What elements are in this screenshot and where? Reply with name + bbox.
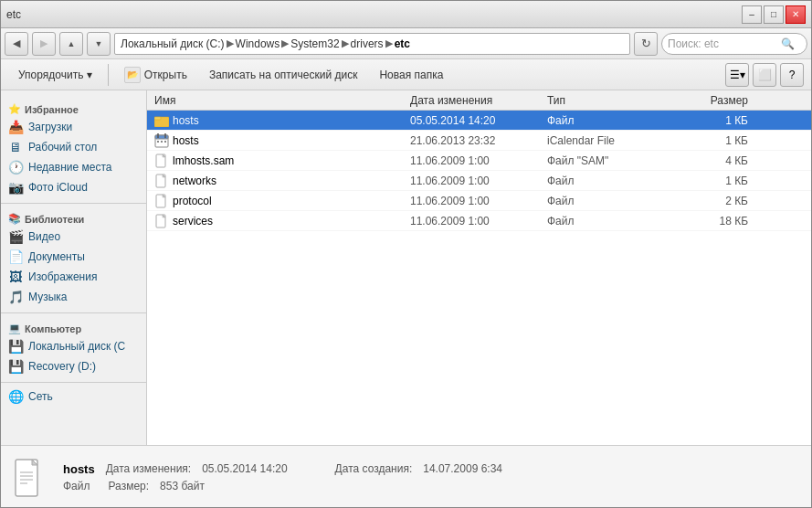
toolbar-separator <box>108 64 109 86</box>
sidebar-item-desktop[interactable]: 🖥 Рабочий стол <box>1 137 146 157</box>
table-row[interactable]: networks 11.06.2009 1:00 Файл 1 КБ <box>147 171 811 191</box>
computer-label: 💻 Компьютер <box>1 317 146 336</box>
col-header-name: Имя <box>154 94 410 107</box>
table-row[interactable]: lmhosts.sam 11.06.2009 1:00 Файл "SAM" 4… <box>147 151 811 171</box>
network-icon: 🌐 <box>8 389 23 404</box>
open-label: Открыть <box>144 69 187 81</box>
network-section: 🌐 Сеть <box>1 386 146 407</box>
table-row[interactable]: protocol 11.06.2009 1:00 Файл 2 КБ <box>147 191 811 211</box>
organize-label: Упорядочить ▾ <box>18 69 92 81</box>
documents-icon: 📄 <box>8 249 23 264</box>
search-box[interactable]: 🔍 <box>661 33 807 55</box>
status-size-label: Размер: <box>109 480 150 492</box>
svg-rect-6 <box>157 141 159 143</box>
file-list-header: Имя Дата изменения Тип Размер <box>147 90 811 111</box>
file-date: 11.06.2009 1:00 <box>410 215 547 228</box>
sidebar-item-downloads[interactable]: 📥 Загрузки <box>1 117 146 137</box>
recent-icon: 🕐 <box>8 160 23 175</box>
maximize-button[interactable]: □ <box>764 5 784 24</box>
search-input[interactable] <box>668 37 777 50</box>
status-info: hosts Дата изменения: 05.05.2014 14:20 Д… <box>63 462 502 492</box>
crumb-3: System32 <box>290 37 339 50</box>
sidebar-item-images[interactable]: 🖼 Изображения <box>1 267 146 287</box>
file-date: 11.06.2009 1:00 <box>410 154 547 167</box>
file-name: networks <box>173 175 410 187</box>
status-row-2: Файл Размер: 853 байт <box>63 480 502 492</box>
sidebar-item-local-drive[interactable]: 💾 Локальный диск (C <box>1 336 146 356</box>
svg-rect-3 <box>155 135 168 139</box>
status-created-label: Дата создания: <box>335 462 413 476</box>
sidebar-item-recovery[interactable]: 💾 Recovery (D:) <box>1 356 146 376</box>
downloads-label: Загрузки <box>28 121 72 133</box>
libraries-section: 📚 Библиотеки 🎬 Видео 📄 Документы 🖼 Изобр… <box>1 207 146 307</box>
file-icon <box>154 174 169 188</box>
crumb-4: drivers <box>351 37 384 50</box>
images-icon: 🖼 <box>8 270 23 284</box>
icloud-label: Фото iCloud <box>28 181 88 194</box>
svg-rect-1 <box>154 117 161 120</box>
sidebar-item-music[interactable]: 🎵 Музыка <box>1 287 146 307</box>
favorites-section: ⭐ Избранное 📥 Загрузки 🖥 Рабочий стол 🕐 … <box>1 98 146 197</box>
refresh-button[interactable]: ↻ <box>634 32 658 56</box>
help-button[interactable]: ? <box>780 63 804 87</box>
new-folder-button[interactable]: Новая папка <box>369 62 453 88</box>
col-header-type: Тип <box>547 94 675 107</box>
crumb-5: etc <box>395 37 410 50</box>
video-label: Видео <box>28 230 60 243</box>
file-name-cell: networks <box>154 174 410 188</box>
sidebar-item-video[interactable]: 🎬 Видео <box>1 227 146 247</box>
status-modified-label: Дата изменения: <box>106 462 192 476</box>
recent-button[interactable]: ▼ <box>87 32 111 56</box>
libraries-label: 📚 Библиотеки <box>1 207 146 227</box>
file-date: 11.06.2009 1:00 <box>410 195 547 207</box>
recovery-icon: 💾 <box>8 359 23 374</box>
title-bar-text: etc <box>6 8 21 21</box>
address-path[interactable]: Локальный диск (C:) ▶ Windows ▶ System32… <box>114 33 630 55</box>
status-filename: hosts <box>63 462 95 476</box>
file-icon <box>154 194 169 208</box>
forward-button[interactable]: ▶ <box>32 32 56 56</box>
table-row[interactable]: hosts 21.06.2013 23:32 iCalendar File 1 … <box>147 131 811 151</box>
file-type: Файл <box>547 175 675 187</box>
sidebar-item-recent[interactable]: 🕐 Недавние места <box>1 157 146 177</box>
close-button[interactable]: ✕ <box>786 5 806 24</box>
file-list: Имя Дата изменения Тип Размер hosts 05.0… <box>147 90 811 445</box>
up-button[interactable]: ▲ <box>59 32 83 56</box>
view-toggle-button[interactable]: ☰▾ <box>725 63 749 87</box>
file-date: 21.06.2013 23:32 <box>410 134 547 147</box>
table-row[interactable]: hosts 05.05.2014 14:20 Файл 1 КБ <box>147 111 811 131</box>
new-folder-label: Новая папка <box>379 69 443 81</box>
recent-label: Недавние места <box>28 161 111 174</box>
minimize-button[interactable]: – <box>742 5 762 24</box>
crumb-1: Локальный диск (C:) <box>121 37 225 50</box>
sidebar-item-network[interactable]: 🌐 Сеть <box>1 386 146 407</box>
burn-button[interactable]: Записать на оптический диск <box>199 62 368 88</box>
title-bar-controls: – □ ✕ <box>742 5 806 24</box>
toolbar-right: ☰▾ ⬜ ? <box>725 63 804 87</box>
sidebar-item-icloud[interactable]: 📷 Фото iCloud <box>1 177 146 197</box>
title-bar: etc – □ ✕ <box>1 1 811 28</box>
svg-rect-8 <box>164 141 166 143</box>
file-size: 4 КБ <box>675 154 748 167</box>
file-name-cell: protocol <box>154 194 410 208</box>
file-size: 18 КБ <box>675 215 748 228</box>
open-button[interactable]: 📂 Открыть <box>114 62 197 88</box>
desktop-label: Рабочий стол <box>28 141 97 153</box>
status-created-value: 14.07.2009 6:34 <box>423 462 502 476</box>
main-content: ⭐ Избранное 📥 Загрузки 🖥 Рабочий стол 🕐 … <box>1 90 811 445</box>
icloud-icon: 📷 <box>8 180 23 195</box>
file-icon <box>154 214 169 228</box>
svg-rect-7 <box>161 141 163 143</box>
back-button[interactable]: ◀ <box>5 32 28 56</box>
status-type: Файл <box>63 480 90 492</box>
local-drive-icon: 💾 <box>8 339 23 354</box>
open-icon: 📂 <box>124 67 141 83</box>
file-date: 11.06.2009 1:00 <box>410 175 547 187</box>
divider-2 <box>1 312 146 313</box>
organize-button[interactable]: Упорядочить ▾ <box>8 62 102 88</box>
favorites-label: ⭐ Избранное <box>1 98 146 117</box>
table-row[interactable]: services 11.06.2009 1:00 Файл 18 КБ <box>147 211 811 231</box>
preview-button[interactable]: ⬜ <box>753 63 776 87</box>
sidebar-item-documents[interactable]: 📄 Документы <box>1 247 146 267</box>
address-bar: ◀ ▶ ▲ ▼ Локальный диск (C:) ▶ Windows ▶ … <box>1 28 811 59</box>
